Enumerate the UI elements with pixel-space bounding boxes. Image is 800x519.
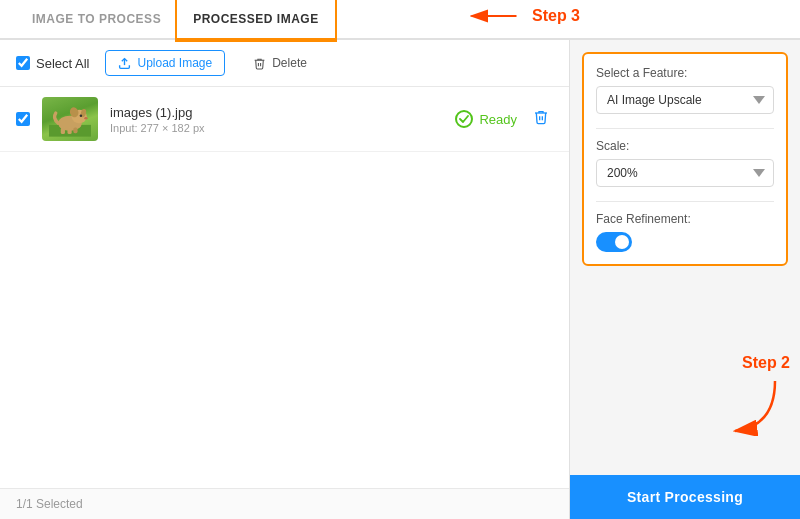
trash-icon: [253, 57, 266, 70]
upload-label: Upload Image: [137, 56, 212, 70]
delete-label: Delete: [272, 56, 307, 70]
scale-section: Scale: 100% 200% 400%: [596, 139, 774, 187]
step3-arrow-icon: [464, 6, 524, 26]
select-feature-section: Select a Feature: AI Image Upscale AI Fa…: [596, 66, 774, 114]
divider2: [596, 201, 774, 202]
select-all-label: Select All: [36, 56, 89, 71]
svg-rect-12: [73, 127, 77, 133]
svg-rect-10: [61, 127, 65, 134]
feature-box: Select a Feature: AI Image Upscale AI Fa…: [582, 52, 788, 266]
table-row: images (1).jpg Input: 277 × 182 px Ready: [0, 87, 569, 152]
scale-dropdown[interactable]: 100% 200% 400%: [596, 159, 774, 187]
face-refinement-section: Face Refinement:: [596, 212, 774, 252]
file-thumbnail: [42, 97, 98, 141]
bottom-bar: 1/1 Selected: [0, 488, 569, 519]
main-content: Select All Upload Image: [0, 40, 800, 519]
delete-button[interactable]: Delete: [241, 51, 319, 75]
upload-image-button[interactable]: Upload Image: [105, 50, 225, 76]
file-meta: Input: 277 × 182 px: [110, 122, 443, 134]
step2-annotation: Step 2: [720, 354, 790, 439]
tabs-bar: IMAGE TO PROCESS PROCESSED IMAGE Step 3: [0, 0, 800, 40]
file-trash-icon: [533, 109, 549, 125]
dog-illustration: [49, 101, 91, 137]
status-ready-icon: [455, 110, 473, 128]
file-name: images (1).jpg: [110, 105, 443, 120]
toggle-container: [596, 232, 774, 252]
svg-point-8: [80, 114, 83, 117]
file-delete-button[interactable]: [529, 105, 553, 133]
feature-dropdown[interactable]: AI Image Upscale AI Face Enhancement AI …: [596, 86, 774, 114]
select-all-checkbox-label[interactable]: Select All: [16, 56, 89, 71]
step3-annotation: Step 3: [464, 6, 580, 26]
file-checkbox[interactable]: [16, 112, 30, 126]
step3-label: Step 3: [532, 7, 580, 25]
tab-image-to-process[interactable]: IMAGE TO PROCESS: [16, 0, 177, 40]
select-feature-label: Select a Feature:: [596, 66, 774, 80]
status-label: Ready: [479, 112, 517, 127]
file-status: Ready: [455, 110, 517, 128]
svg-point-9: [84, 117, 87, 120]
toggle-slider: [596, 232, 632, 252]
tab-processed-image[interactable]: PROCESSED IMAGE: [177, 0, 335, 40]
face-refinement-label: Face Refinement:: [596, 212, 774, 226]
start-processing-button[interactable]: Start Processing: [570, 475, 800, 519]
step2-arrow-icon: [720, 376, 790, 436]
scale-label: Scale:: [596, 139, 774, 153]
divider1: [596, 128, 774, 129]
right-panel: Select a Feature: AI Image Upscale AI Fa…: [570, 40, 800, 519]
face-refinement-toggle[interactable]: [596, 232, 632, 252]
file-list: images (1).jpg Input: 277 × 182 px Ready: [0, 87, 569, 488]
left-panel: Select All Upload Image: [0, 40, 570, 519]
step2-label: Step 2: [720, 354, 790, 372]
app-container: IMAGE TO PROCESS PROCESSED IMAGE Step 3: [0, 0, 800, 519]
selected-count: 1/1 Selected: [16, 497, 83, 511]
upload-icon: [118, 57, 131, 70]
file-info: images (1).jpg Input: 277 × 182 px: [110, 105, 443, 134]
toolbar: Select All Upload Image: [0, 40, 569, 87]
select-all-checkbox[interactable]: [16, 56, 30, 70]
svg-rect-11: [67, 127, 71, 134]
